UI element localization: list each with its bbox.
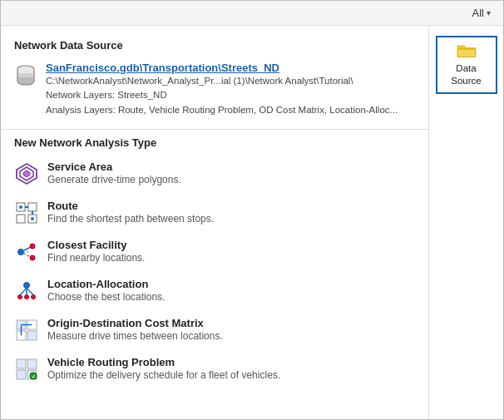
svg-rect-6 [17,215,25,223]
vehicle-routing-desc: Optimize the delivery schedule for a fle… [47,369,415,381]
closest-facility-desc: Find nearby locations. [47,252,415,264]
svg-point-10 [19,205,22,209]
closest-facility-title: Closest Facility [47,239,415,251]
svg-rect-33 [17,370,26,379]
chevron-down-icon: ▾ [487,8,491,17]
vehicle-routing-icon: ✓ [14,357,39,382]
svg-line-16 [23,253,30,256]
od-cost-matrix-item[interactable]: Origin-Destination Cost Matrix Measure d… [1,310,428,349]
location-allocation-desc: Choose the best locations. [47,291,415,303]
route-desc: Find the shortest path between stops. [47,213,415,225]
location-allocation-item[interactable]: Location-Allocation Choose the best loca… [1,271,428,310]
svg-point-12 [18,249,24,254]
analysis-section-header: New Network Analysis Type [1,133,428,154]
closest-facility-item[interactable]: Closest Facility Find nearby locations. [1,232,428,271]
main-content: Network Data Source SanFrancisco.gdb\Tra… [1,26,503,419]
route-title: Route [47,200,415,212]
route-text: Route Find the shortest path between sto… [47,200,415,225]
od-cost-matrix-text: Origin-Destination Cost Matrix Measure d… [47,317,415,342]
top-bar: All ▾ [1,1,503,26]
ds-path2: Network Layers: Streets_ND [46,88,415,102]
service-area-desc: Generate drive-time polygons. [47,174,415,185]
location-allocation-text: Location-Allocation Choose the best loca… [47,278,415,303]
svg-line-15 [23,247,30,250]
svg-point-13 [30,244,35,249]
svg-point-18 [24,282,30,288]
svg-point-19 [18,294,22,299]
service-area-item[interactable]: Service Area Generate drive-time polygon… [1,154,428,193]
svg-point-20 [25,294,29,299]
closest-facility-icon [14,240,39,264]
network-section-header: Network Data Source [1,36,428,57]
database-icon [14,63,37,86]
service-area-text: Service Area Generate drive-time polygon… [47,161,415,185]
svg-rect-37 [457,48,475,49]
closest-facility-text: Closest Facility Find nearby locations. [47,239,415,264]
vehicle-routing-text: Vehicle Routing Problem Optimize the del… [47,356,415,381]
network-data-source-item[interactable]: SanFrancisco.gdb\Transportation\Streets_… [1,57,428,126]
svg-rect-31 [17,359,26,368]
data-source-button[interactable]: Data Source [436,36,497,94]
svg-point-11 [31,217,34,220]
service-area-icon [14,161,39,186]
service-area-title: Service Area [47,161,415,173]
od-cost-matrix-desc: Measure drive times between locations. [47,330,415,342]
route-item[interactable]: Route Find the shortest path between sto… [1,193,428,232]
od-cost-matrix-title: Origin-Destination Cost Matrix [47,317,415,329]
svg-marker-3 [23,170,30,177]
svg-point-14 [30,255,35,260]
route-icon [14,200,39,225]
svg-rect-5 [28,203,37,211]
ds-path3: Analysis Layers: Route, Vehicle Routing … [46,103,415,117]
ds-path1: C:\NetworkAnalyst\Network_Analyst_Pr...i… [46,74,415,88]
ds-title[interactable]: SanFrancisco.gdb\Transportation\Streets_… [46,62,415,74]
vehicle-routing-item[interactable]: ✓ Vehicle Routing Problem Optimize the d… [1,349,428,388]
all-label: All [472,7,484,19]
ds-info: SanFrancisco.gdb\Transportation\Streets_… [46,62,415,117]
svg-line-22 [20,288,27,294]
svg-rect-32 [27,359,37,368]
right-panel: Data Source [428,26,503,419]
location-allocation-icon [14,279,39,304]
svg-line-24 [27,288,33,294]
folder-icon [452,42,482,59]
od-cost-matrix-icon [14,318,39,343]
divider-1 [1,129,428,130]
svg-point-21 [32,294,36,299]
all-dropdown[interactable]: All ▾ [467,4,497,22]
data-source-btn-label: Data Source [442,62,491,87]
location-allocation-title: Location-Allocation [47,278,415,290]
svg-rect-28 [27,331,37,340]
vehicle-routing-title: Vehicle Routing Problem [47,356,415,368]
left-panel: Network Data Source SanFrancisco.gdb\Tra… [1,26,428,419]
svg-text:✓: ✓ [32,374,36,379]
